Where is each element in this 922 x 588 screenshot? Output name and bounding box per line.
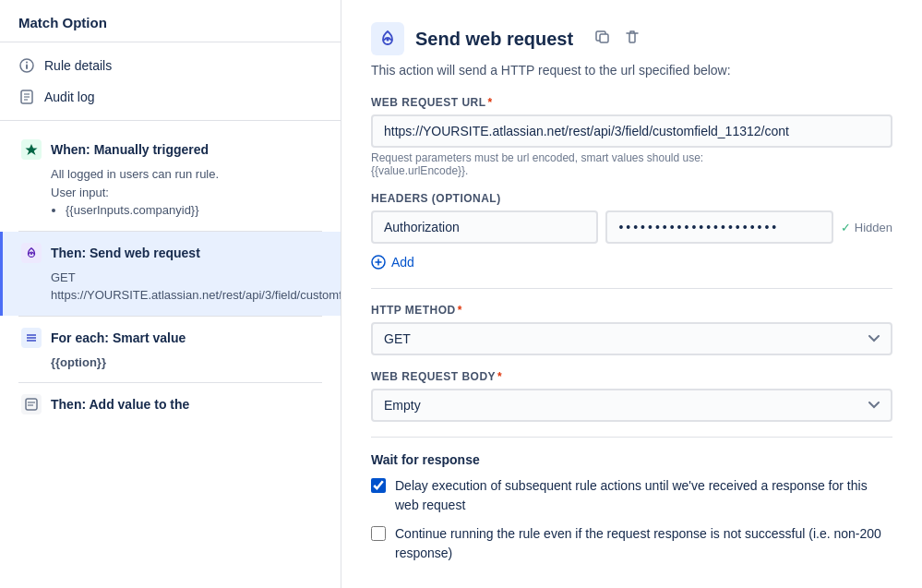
svg-rect-15: [600, 34, 608, 42]
checkbox-row-1: Delay execution of subsequent rule actio…: [371, 476, 892, 515]
url-hint: Request parameters must be url encoded, …: [371, 151, 892, 177]
panel-header: Send web request: [371, 22, 892, 55]
rule-items: When: Manually triggered All logged in u…: [0, 121, 341, 438]
when-trigger-title: When: Manually triggered: [51, 142, 209, 157]
info-icon: [18, 57, 35, 74]
checkmark-icon: ✓: [841, 221, 851, 234]
continue-running-label: Continue running the rule even if the re…: [395, 524, 892, 563]
add-label: Add: [391, 255, 414, 270]
web-request-body-select[interactable]: Empty Custom: [371, 389, 892, 422]
panel-actions: [592, 28, 643, 50]
for-each-value: {{option}}: [51, 355, 106, 369]
delay-execution-checkbox[interactable]: [371, 478, 386, 493]
headers-label: Headers (optional): [371, 192, 892, 205]
when-trigger-input: {{userInputs.companyid}}: [66, 201, 322, 220]
rule-item-send-web-header: Then: Send web request: [21, 243, 322, 263]
continue-running-checkbox[interactable]: [371, 526, 386, 541]
divider-wait: [371, 437, 892, 438]
rule-item-send-web[interactable]: Then: Send web request GET https://YOURS…: [0, 232, 341, 316]
for-each-body: {{option}}: [21, 354, 322, 372]
delay-execution-label: Delay execution of subsequent rule actio…: [395, 476, 892, 515]
audit-icon: [18, 89, 35, 105]
copy-button[interactable]: [592, 28, 614, 50]
svg-point-7: [30, 252, 32, 254]
wait-for-response-section: Wait for response Delay execution of sub…: [371, 452, 892, 563]
http-method-group: HTTP method* GET POST PUT DELETE PATCH: [371, 304, 892, 355]
hidden-text: Hidden: [855, 221, 892, 234]
web-request-body-label: Web request body*: [371, 370, 892, 383]
svg-rect-1: [26, 65, 28, 70]
rule-item-add-value-header: Then: Add value to the: [21, 394, 322, 414]
url-field-group: Web request URL* Request parameters must…: [371, 96, 892, 177]
http-method-label: HTTP method*: [371, 304, 892, 317]
delete-button[interactable]: [621, 28, 643, 50]
when-trigger-body: All logged in users can run rule. User i…: [21, 165, 322, 220]
rule-item-for-each-header: For each: Smart value: [21, 328, 322, 348]
when-trigger-icon: [21, 139, 42, 160]
header-key-input[interactable]: [371, 210, 598, 244]
panel-send-web-icon: [371, 22, 404, 55]
rule-item-add-value[interactable]: Then: Add value to the: [0, 383, 341, 431]
right-panel: Send web request This action will send a…: [341, 0, 922, 588]
for-each-icon: [21, 328, 42, 348]
nav-audit-log-label: Audit log: [44, 90, 94, 104]
add-header-button[interactable]: Add: [371, 251, 414, 273]
hidden-label: ✓ Hidden: [841, 221, 892, 234]
nav-item-rule-details[interactable]: Rule details: [0, 50, 341, 81]
rule-item-when-header: When: Manually triggered: [21, 139, 322, 160]
for-each-title: For each: Smart value: [51, 330, 186, 345]
send-web-icon: [21, 243, 42, 263]
url-input[interactable]: [371, 114, 892, 148]
headers-field-group: Headers (optional) ✓ Hidden Add: [371, 192, 892, 273]
panel-title: Send web request: [415, 29, 573, 50]
left-panel-title: Match Option: [0, 0, 341, 42]
svg-point-2: [26, 62, 28, 64]
send-web-title: Then: Send web request: [51, 246, 200, 260]
web-request-body-group: Web request body* Empty Custom: [371, 370, 892, 422]
divider-http: [371, 288, 892, 289]
rule-item-for-each[interactable]: For each: Smart value {{option}}: [0, 317, 341, 383]
http-method-select[interactable]: GET POST PUT DELETE PATCH: [371, 322, 892, 355]
url-label: Web request URL*: [371, 96, 892, 109]
svg-point-14: [387, 39, 389, 42]
header-value-input[interactable]: [605, 210, 832, 244]
headers-row: ✓ Hidden: [371, 210, 892, 244]
left-panel: Match Option Rule details Au: [0, 0, 341, 588]
add-value-icon: [21, 394, 42, 414]
checkbox-row-2: Continue running the rule even if the re…: [371, 524, 892, 563]
nav-item-audit-log[interactable]: Audit log: [0, 81, 341, 113]
nav-rule-details-label: Rule details: [44, 58, 112, 73]
wait-for-response-title: Wait for response: [371, 452, 892, 467]
nav-items: Rule details Audit log: [0, 42, 341, 121]
rule-item-when-trigger[interactable]: When: Manually triggered All logged in u…: [0, 128, 341, 231]
send-web-body: GET https://YOURSITE.atlassian.net/rest/…: [21, 269, 322, 305]
add-value-title: Then: Add value to the: [51, 397, 189, 412]
panel-description: This action will send a HTTP request to …: [371, 63, 892, 78]
svg-rect-11: [26, 399, 37, 410]
